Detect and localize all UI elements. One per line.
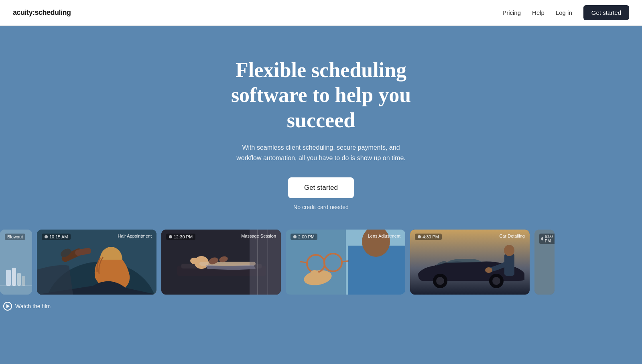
nav-help[interactable]: Help [532,9,544,16]
svg-point-33 [311,270,319,276]
video-card-last[interactable]: 6:00 PM [534,230,555,295]
svg-rect-21 [250,230,281,295]
card-hair-title: Hair Appointment [118,234,152,238]
svg-rect-4 [22,276,25,286]
card-blowout-label: Blowout [5,234,25,240]
navigation: acuity:scheduling Pricing Help Log in Ge… [0,0,642,26]
card-lens-title: Lens Adjustment [368,234,400,238]
logo: acuity:scheduling [13,8,71,17]
hero-subtitle: With seamless client scheduling, secure … [233,142,409,163]
video-card-lens[interactable]: 2:00 PM Lens Adjustment [286,230,405,295]
watch-film-row: Watch the film [0,302,642,311]
hero-section: Flexible scheduling software to help you… [0,26,642,364]
video-card-hair[interactable]: 10:15 AM Hair Appointment [37,230,156,295]
watch-film-label[interactable]: Watch the film [15,303,51,309]
svg-point-40 [492,277,500,285]
video-card-blowout[interactable]: Blowout [0,230,32,295]
svg-point-38 [436,277,444,285]
card-lens-time: 2:00 PM [291,234,317,240]
svg-point-43 [485,267,492,273]
video-card-car[interactable]: 4:30 PM Car Detailing [410,230,530,295]
nav-get-started-button[interactable]: Get started [583,5,629,20]
card-last-time: 6:00 PM [539,234,555,244]
video-card-massage[interactable]: 12:30 PM Massage Session [161,230,281,295]
hero-title: Flexible scheduling software to help you… [197,58,445,133]
hero-get-started-button[interactable]: Get started [288,177,354,198]
svg-rect-2 [12,268,16,286]
video-card-strip: Blowout [0,230,642,295]
no-credit-card-notice: No credit card needed [293,204,349,210]
svg-rect-1 [6,270,11,286]
card-hair-time: 10:15 AM [42,234,71,240]
card-massage-title: Massage Session [241,234,276,238]
nav-login[interactable]: Log in [556,9,572,16]
card-car-title: Car Detailing [499,234,525,238]
svg-line-31 [300,262,307,262]
nav-pricing[interactable]: Pricing [502,9,521,16]
svg-point-42 [504,245,514,256]
card-massage-time: 12:30 PM [166,234,195,240]
play-icon[interactable] [3,302,12,311]
card-car-time: 4:30 PM [415,234,442,240]
svg-rect-3 [17,273,21,286]
nav-links: Pricing Help Log in Get started [502,5,629,20]
svg-point-17 [190,258,198,264]
